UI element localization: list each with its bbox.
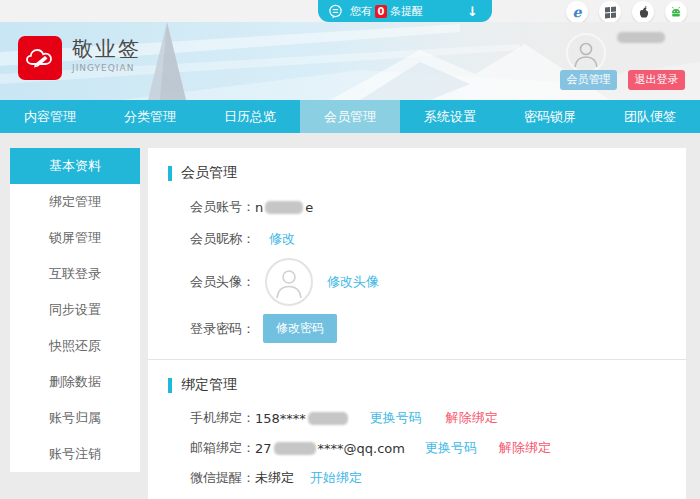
nav-tab-content[interactable]: 内容管理 xyxy=(0,100,100,133)
email-value: 27 ****@qq.com xyxy=(255,441,405,456)
phone-binding-row: 手机绑定： 158**** 更换号码 解除绑定 xyxy=(190,409,498,427)
avatar-label: 会员头像： xyxy=(190,273,255,291)
logo-subtitle: JINGYEQIAN xyxy=(72,63,141,73)
main-nav: 内容管理 分类管理 日历总览 会员管理 系统设置 密码锁屏 团队便签 xyxy=(0,100,700,133)
sidebar-item-lockscreen[interactable]: 锁屏管理 xyxy=(10,220,140,256)
section-accent-bar xyxy=(168,378,172,393)
binding-section-title: 绑定管理 xyxy=(168,376,237,394)
sidebar-item-snapshot[interactable]: 快照还原 xyxy=(10,328,140,364)
nav-tab-lockscreen[interactable]: 密码锁屏 xyxy=(500,100,600,133)
logo-title: 敬业签 xyxy=(72,36,141,62)
expand-arrow-icon[interactable]: ↓ xyxy=(467,4,478,19)
reminder-count-badge: 0 xyxy=(375,5,387,18)
avatar-row: 会员头像： 修改头像 xyxy=(190,254,379,310)
section-accent-bar xyxy=(168,166,172,181)
sidebar-item-account-ownership[interactable]: 账号归属 xyxy=(10,400,140,436)
nav-tab-calendar[interactable]: 日历总览 xyxy=(200,100,300,133)
sidebar-item-delete-data[interactable]: 删除数据 xyxy=(10,364,140,400)
nav-tab-member[interactable]: 会员管理 xyxy=(300,100,400,133)
nav-tab-system[interactable]: 系统设置 xyxy=(400,100,500,133)
email-label: 邮箱绑定： xyxy=(190,439,255,457)
settings-sidebar: 基本资料 绑定管理 锁屏管理 互联登录 同步设置 快照还原 删除数据 账号归属 … xyxy=(10,148,140,472)
email-unbind-link[interactable]: 解除绑定 xyxy=(499,439,551,457)
user-avatar[interactable] xyxy=(566,33,606,73)
username-redacted xyxy=(617,32,665,43)
notice-prefix: 您有 xyxy=(350,4,372,19)
wechat-status: 未绑定 xyxy=(255,469,294,487)
nickname-row: 会员昵称： 修改 xyxy=(190,230,295,248)
android-icon[interactable] xyxy=(665,1,687,23)
wechat-label: 微信提醒： xyxy=(190,469,255,487)
nav-tab-team[interactable]: 团队便签 xyxy=(600,100,700,133)
page-header: 敬业签 JINGYEQIAN 会员管理 退出登录 xyxy=(0,22,700,100)
email-binding-row: 邮箱绑定： 27 ****@qq.com 更换号码 解除绑定 xyxy=(190,439,551,457)
avatar-edit-link[interactable]: 修改头像 xyxy=(327,273,379,291)
windows-icon[interactable] xyxy=(599,1,621,23)
main-panel: 会员管理 会员账号： n e 会员昵称： 修改 会员头像： 修改头像 登录密码：… xyxy=(148,148,686,499)
ie-browser-icon[interactable]: e xyxy=(566,1,588,23)
phone-label: 手机绑定： xyxy=(190,409,255,427)
phone-unbind-link[interactable]: 解除绑定 xyxy=(446,409,498,427)
nav-tab-category[interactable]: 分类管理 xyxy=(100,100,200,133)
phone-value: 158**** xyxy=(255,411,348,426)
sidebar-item-binding[interactable]: 绑定管理 xyxy=(10,184,140,220)
notice-text: 您有 0 条提醒 xyxy=(350,4,423,19)
apple-icon[interactable] xyxy=(632,1,654,23)
phone-change-link[interactable]: 更换号码 xyxy=(370,409,422,427)
member-section-title: 会员管理 xyxy=(168,164,237,182)
phone-redacted xyxy=(308,412,348,425)
change-password-button[interactable]: 修改密码 xyxy=(263,314,337,343)
avatar-person-icon xyxy=(270,263,308,301)
password-row: 登录密码： 修改密码 xyxy=(190,314,337,343)
email-change-link[interactable]: 更换号码 xyxy=(425,439,477,457)
member-manage-button[interactable]: 会员管理 xyxy=(560,70,617,90)
platform-download-links: e xyxy=(566,1,687,23)
email-redacted xyxy=(274,442,316,455)
wechat-binding-row: 微信提醒： 未绑定 开始绑定 xyxy=(190,469,362,487)
nickname-label: 会员昵称： xyxy=(190,230,255,248)
account-label: 会员账号： xyxy=(190,198,255,216)
password-label: 登录密码： xyxy=(190,320,255,338)
top-strip: 您有 0 条提醒 ↓ e xyxy=(0,0,700,22)
member-avatar xyxy=(265,258,313,306)
notice-suffix: 条提醒 xyxy=(390,4,423,19)
message-bubble-icon xyxy=(328,4,343,19)
nickname-edit-link[interactable]: 修改 xyxy=(269,230,295,248)
section-divider xyxy=(148,359,686,360)
app-logo[interactable]: 敬业签 JINGYEQIAN xyxy=(18,36,141,80)
account-value: n e xyxy=(255,200,313,215)
sidebar-item-profile[interactable]: 基本资料 xyxy=(10,148,140,184)
logout-button[interactable]: 退出登录 xyxy=(628,70,685,90)
notification-banner[interactable]: 您有 0 条提醒 ↓ xyxy=(318,0,492,22)
account-row: 会员账号： n e xyxy=(190,198,313,216)
wechat-bind-link[interactable]: 开始绑定 xyxy=(310,469,362,487)
logo-cloud-icon xyxy=(18,36,62,80)
sidebar-item-account-cancel[interactable]: 账号注销 xyxy=(10,436,140,472)
account-redacted xyxy=(265,201,303,214)
sidebar-item-linked-login[interactable]: 互联登录 xyxy=(10,256,140,292)
sidebar-item-sync[interactable]: 同步设置 xyxy=(10,292,140,328)
